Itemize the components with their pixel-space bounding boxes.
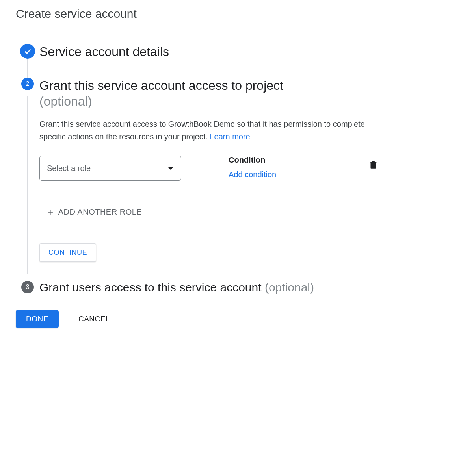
condition-label: Condition bbox=[229, 156, 276, 165]
step-2-description: Grant this service account access to Gro… bbox=[39, 118, 378, 143]
checkmark-icon bbox=[23, 47, 32, 56]
step-3-title: Grant users access to this service accou… bbox=[39, 281, 265, 294]
step-3-indicator: 3 bbox=[16, 281, 39, 293]
description-text: Grant this service account access to Gro… bbox=[39, 120, 365, 141]
step-2-number: 2 bbox=[26, 80, 30, 87]
add-another-role-button[interactable]: + ADD ANOTHER ROLE bbox=[47, 206, 142, 218]
condition-column: Condition Add condition bbox=[229, 156, 276, 179]
step-2-title: Grant this service account access to pro… bbox=[39, 78, 378, 93]
cancel-button[interactable]: CANCEL bbox=[78, 315, 110, 323]
step-2-heading: Grant this service account access to pro… bbox=[39, 78, 378, 109]
add-condition-link[interactable]: Add condition bbox=[229, 170, 276, 179]
delete-role-button[interactable] bbox=[368, 159, 378, 171]
page-title: Create service account bbox=[16, 7, 460, 20]
step-2-body: Grant this service account access to pro… bbox=[39, 78, 378, 278]
add-another-role-label: ADD ANOTHER ROLE bbox=[58, 208, 142, 217]
step-1-indicator bbox=[16, 44, 39, 78]
step-2-optional: (optional) bbox=[39, 93, 378, 109]
footer-buttons: DONE CANCEL bbox=[16, 310, 378, 328]
step-1-body: Service account details bbox=[39, 44, 378, 59]
step-1-circle[interactable] bbox=[20, 44, 35, 59]
role-select-placeholder: Select a role bbox=[47, 164, 91, 173]
step-3: 3 Grant users access to this service acc… bbox=[16, 281, 378, 294]
role-row: Select a role Condition Add condition bbox=[39, 156, 378, 181]
step-1: Service account details bbox=[16, 44, 378, 78]
connector bbox=[27, 59, 28, 78]
step-2: 2 Grant this service account access to p… bbox=[16, 78, 378, 278]
dropdown-arrow-icon bbox=[167, 167, 174, 170]
step-3-body: Grant users access to this service accou… bbox=[39, 281, 378, 294]
condition-block: Condition Add condition bbox=[229, 156, 378, 179]
done-button[interactable]: DONE bbox=[16, 310, 59, 328]
step-2-circle[interactable]: 2 bbox=[21, 78, 34, 90]
step-3-optional: (optional) bbox=[265, 281, 314, 294]
plus-icon: + bbox=[47, 206, 54, 218]
step-1-title: Service account details bbox=[39, 44, 378, 59]
step-2-indicator: 2 bbox=[16, 78, 39, 278]
continue-button[interactable]: CONTINUE bbox=[39, 243, 96, 262]
role-select-dropdown[interactable]: Select a role bbox=[39, 156, 181, 181]
connector bbox=[27, 96, 28, 274]
learn-more-link[interactable]: Learn more bbox=[210, 132, 250, 141]
step-3-number: 3 bbox=[26, 284, 30, 291]
page-header: Create service account bbox=[0, 0, 476, 28]
stepper-content: Service account details 2 Grant this ser… bbox=[0, 28, 394, 344]
trash-icon bbox=[368, 159, 378, 170]
step-3-circle[interactable]: 3 bbox=[21, 281, 34, 293]
